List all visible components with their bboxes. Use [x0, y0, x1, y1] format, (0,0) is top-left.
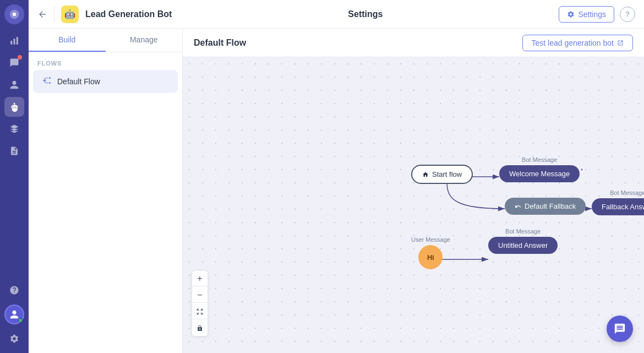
sidebar-item-settings[interactable]	[4, 329, 24, 349]
canvas-area: Default Flow Test lead generation bot	[183, 29, 644, 353]
test-bot-button[interactable]: Test lead generation bot	[522, 35, 633, 51]
fallback-node-pill[interactable]: Default Fallback	[505, 198, 586, 215]
left-navigation	[0, 0, 29, 353]
app-logo[interactable]	[4, 4, 24, 24]
welcome-node-type-label: Bot Message	[522, 156, 557, 163]
messages-badge	[18, 55, 22, 59]
sidebar-tabs: Build Manage	[29, 29, 182, 52]
node-fallback[interactable]: Default Fallback	[505, 198, 586, 215]
settings-button[interactable]: Settings	[559, 6, 614, 23]
start-node-pill[interactable]: Start flow	[411, 165, 473, 184]
svg-point-6	[49, 82, 51, 84]
fallback-node-text: Default Fallback	[525, 202, 576, 210]
untitled-node-type-label: Bot Message	[505, 228, 541, 235]
test-btn-label: Test lead generation bot	[532, 39, 614, 47]
zoom-fit-button[interactable]	[192, 304, 208, 319]
tab-manage[interactable]: Manage	[106, 29, 183, 52]
start-node-label: Start flow	[432, 170, 462, 178]
chat-support-bubble[interactable]	[607, 316, 633, 342]
main-area: 🤖 Lead Generation Bot Settings Settings …	[29, 0, 644, 353]
node-welcome[interactable]: Bot Message Welcome Message	[499, 156, 580, 182]
node-hi[interactable]: User Message Hi	[411, 236, 450, 269]
welcome-node-pill[interactable]: Welcome Message	[499, 165, 580, 182]
untitled-node-pill[interactable]: Untitled Answer	[488, 237, 558, 254]
avatar-online-dot	[18, 318, 23, 323]
tab-build[interactable]: Build	[29, 29, 106, 52]
svg-rect-1	[10, 41, 12, 45]
flow-item-default[interactable]: Default Flow	[33, 70, 178, 93]
fallback-answer-type-label: Bot Message	[610, 189, 644, 196]
sidebar: Build Manage Flows Default Flow	[29, 29, 183, 353]
svg-rect-2	[14, 39, 15, 45]
node-untitled[interactable]: Bot Message Untitled Answer	[488, 228, 558, 254]
content-area: Build Manage Flows Default Flow Default …	[29, 29, 644, 353]
svg-rect-3	[17, 37, 18, 45]
sidebar-item-bots[interactable]	[4, 97, 24, 117]
flow-item-icon	[42, 75, 52, 88]
canvas-title: Default Flow	[194, 38, 246, 48]
flow-canvas[interactable]: Start flow Bot Message Welcome Message D…	[183, 57, 644, 353]
help-button[interactable]: ?	[620, 7, 635, 22]
user-avatar[interactable]	[4, 305, 24, 324]
sidebar-item-help[interactable]	[4, 280, 24, 300]
svg-point-5	[49, 77, 51, 79]
hi-node-type-label: User Message	[411, 236, 450, 243]
svg-point-4	[43, 80, 45, 82]
sidebar-item-contacts[interactable]	[4, 75, 24, 95]
zoom-controls: + −	[192, 270, 208, 336]
node-start[interactable]: Start flow	[411, 165, 473, 184]
node-fallback-answer[interactable]: Bot Message Fallback Answer	[592, 189, 644, 215]
hi-node-pill[interactable]: Hi	[418, 245, 443, 269]
sidebar-item-campaigns[interactable]	[4, 119, 24, 139]
untitled-node-text: Untitled Answer	[498, 241, 548, 249]
welcome-node-text: Welcome Message	[509, 170, 570, 178]
header-actions: Settings ?	[559, 6, 635, 23]
fallback-answer-text: Fallback Answer	[602, 203, 644, 211]
header-divider	[54, 7, 54, 22]
page-title: Settings	[178, 9, 552, 19]
zoom-lock-button[interactable]	[192, 321, 208, 336]
zoom-in-button[interactable]: +	[192, 271, 208, 286]
sidebar-item-reports[interactable]	[4, 141, 24, 161]
flows-section-label: Flows	[29, 52, 182, 70]
sidebar-item-analytics[interactable]	[4, 31, 24, 51]
top-header: 🤖 Lead Generation Bot Settings Settings …	[29, 0, 644, 29]
zoom-out-button[interactable]: −	[192, 287, 208, 303]
sidebar-item-messages[interactable]	[4, 53, 24, 73]
fallback-answer-pill[interactable]: Fallback Answer	[592, 198, 644, 215]
flow-item-label: Default Flow	[57, 77, 100, 86]
hi-node-text: Hi	[427, 253, 434, 262]
bot-icon: 🤖	[61, 6, 79, 23]
canvas-header: Default Flow Test lead generation bot	[183, 29, 644, 57]
back-button[interactable]	[37, 9, 47, 19]
settings-label: Settings	[578, 10, 606, 19]
bot-name: Lead Generation Bot	[85, 9, 172, 19]
